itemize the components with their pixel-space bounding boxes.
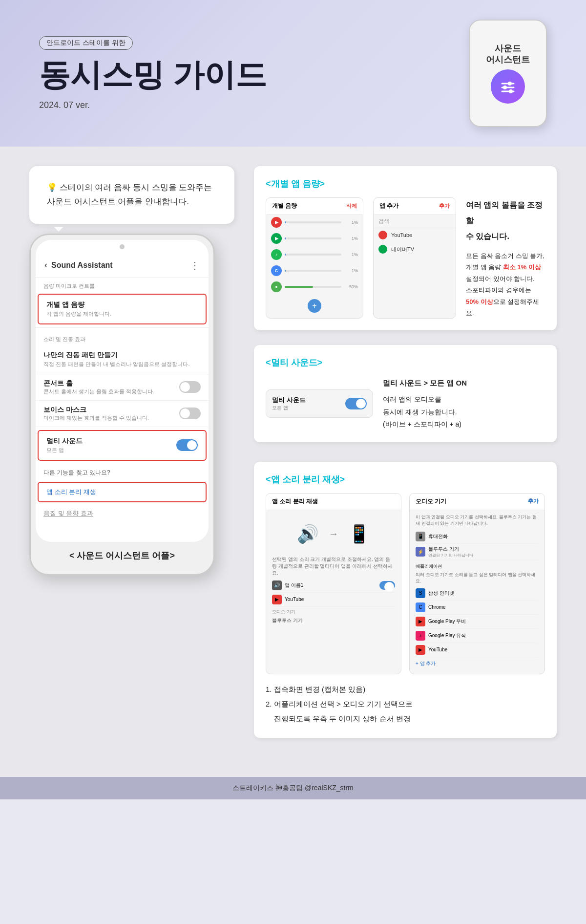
multi-mock-row: 멀티 사운드 모든 앱 bbox=[272, 396, 367, 411]
volume-fill-2 bbox=[285, 237, 286, 239]
app-icon-circle bbox=[491, 69, 525, 104]
main-content: 💡 스테이의 여러 음싸 동시 스밍을 도와주는 사운드 어시스턴트 어플을 안… bbox=[0, 147, 586, 777]
app-row-gpmovie: ▶ Google Play 무비 bbox=[416, 615, 539, 629]
header-title: 동시스밍 가이드 bbox=[39, 58, 469, 92]
note-2: 2. 어플리케이션 선택 > 오디오 기기 선택으로 진행되도록 우측 두 이미… bbox=[266, 697, 545, 726]
multi-desc-line1: 멀티 사운드 > 모든 앱 ON bbox=[383, 376, 467, 389]
app-circle-app5: ● bbox=[271, 281, 282, 292]
left-panel-content: 🔊 → 📱 선택된 앱의 소리 크기 개별적으로 조절하세요. 앱의 음량 개별… bbox=[266, 510, 401, 628]
app-add-search: 검색 bbox=[374, 215, 456, 228]
left-panel-row1: 🔊 앱 이름1 bbox=[272, 579, 395, 593]
volume-row-5: ● 50% bbox=[266, 279, 363, 295]
phone-other-section: 다른 기능을 찾고 있나요? bbox=[36, 463, 209, 480]
section-individual-volume: <개별 앱 음량> 개별 음량 삭제 ▶ bbox=[254, 166, 557, 330]
app-circle-youtube: ▶ bbox=[271, 217, 282, 228]
phone-mockup-main: ‹ Sound Assistant ⋮ 음량 마이크로 컨트롤 개별 앱 음량 … bbox=[29, 234, 215, 576]
app-add-row-ntv: 네이버TV bbox=[374, 242, 456, 257]
volume-bar-4 bbox=[285, 270, 341, 272]
panel-toggle-1[interactable] bbox=[379, 581, 395, 590]
header-section: 안드로이드 스테이를 위한 동시스밍 가이드 2024. 07 ver. 사운드… bbox=[0, 0, 586, 147]
multi-mock-title: 멀티 사운드 bbox=[272, 396, 306, 405]
app-icon-yt-right: ▶ bbox=[416, 645, 425, 655]
multi-section-desc: 멀티 사운드 > 모든 앱 ON 여러 앱의 오디오를 동시에 재생 가능합니다… bbox=[383, 376, 467, 430]
phone-menu-item-desc-2: 직접 진동 패턴을 만들어 내 벨소리나 알림음으로 설정합니다. bbox=[43, 361, 201, 368]
add-app-link[interactable]: + 앱 추가 bbox=[416, 657, 539, 670]
phone-menu-dots-icon: ⋮ bbox=[190, 259, 200, 271]
back-arrow-icon: ‹ bbox=[44, 260, 47, 270]
voice-mask-toggle[interactable] bbox=[179, 408, 201, 419]
app-name-samsung: 삼성 인터넷 bbox=[428, 590, 454, 597]
volume-row-1: ▶ 1% bbox=[266, 215, 363, 231]
phone-link-secondary[interactable]: 음질 및 음향 효과 bbox=[36, 504, 209, 523]
mock-add-btn[interactable]: + bbox=[308, 299, 321, 313]
volume-fill-3 bbox=[285, 254, 286, 256]
right-panel-title: 오디오 기기 bbox=[416, 497, 446, 506]
section-desc-individual: 여러 앱의 볼륨을 조정할 수 있습니다. 모든 음싸 음소거 스밍 불가, 개… bbox=[466, 197, 545, 319]
mock-header-action[interactable]: 삭제 bbox=[346, 202, 357, 210]
multi-sound-main-toggle[interactable] bbox=[345, 398, 367, 409]
phone-menu-item-individual-volume[interactable]: 개별 앱 음량 각 앱의 음량을 제어합니다. bbox=[38, 294, 207, 324]
section-app-sound: <앱 소리 분리 재생> 앱 소리 분리 재생 🔊 → 📱 bbox=[254, 462, 557, 738]
multi-sound-toggle[interactable] bbox=[176, 439, 198, 451]
app-circle-chrome: C bbox=[271, 265, 282, 276]
svg-point-1 bbox=[508, 82, 512, 86]
section-title-app-sound: <앱 소리 분리 재생> bbox=[266, 473, 545, 485]
bottom-notes: 1. 접속화면 변경 (캡처본 있음) 2. 어플리케이션 선택 > 오디오 기… bbox=[266, 682, 545, 726]
sound-panel-left: 앱 소리 분리 재생 🔊 → 📱 선택된 앱의 소리 크기 개별적으로 조절하세… bbox=[266, 493, 401, 674]
app-name-yt-right: YouTube bbox=[428, 647, 447, 652]
device-name-phone: 휴대전화 bbox=[428, 533, 448, 540]
volume-row-3: ♪ 1% bbox=[266, 247, 363, 263]
concert-hall-desc: 콘서트 홀에서 생기는 울림 효과를 적용합니다. bbox=[43, 388, 154, 395]
phone-menu-item-multi-sound[interactable]: 멀티 사운드 모든 앱 bbox=[38, 430, 207, 461]
right-panel-action[interactable]: 추가 bbox=[528, 497, 539, 506]
sound-panel-right: 오디오 기기 추가 이 앱과 연결될 오디오 기기를 선택하세요. 블루투스 기… bbox=[409, 493, 545, 674]
voice-mask-title: 보이스 마스크 bbox=[43, 406, 149, 414]
right-panels: <개별 앱 음량> 개별 음량 삭제 ▶ bbox=[254, 166, 557, 738]
mock-add-header-title: 앱 추가 bbox=[379, 202, 398, 210]
panel-icon-yt: ▶ bbox=[272, 595, 282, 604]
phone-header: ‹ Sound Assistant ⋮ bbox=[36, 254, 209, 278]
section-multi-sound: <멀티 사운드> 멀티 사운드 모든 앱 멀티 사운드 > 모든 앱 ON bbox=[254, 345, 557, 442]
device-name-bt: 블루투스 기기 bbox=[428, 546, 473, 553]
app-icon-gpmovie: ▶ bbox=[416, 617, 425, 626]
desc-detail: 모든 음싸 음소거 스밍 불가, 개별 앱 음량 최소 1% 이상 설정되어 있… bbox=[466, 250, 545, 319]
volume-percent-5: 50% bbox=[344, 284, 358, 289]
app-icon-chrome: C bbox=[416, 602, 425, 612]
device-row-phone: 📱 휴대전화 bbox=[416, 530, 539, 544]
app-name-gpmusic: Google Play 뮤직 bbox=[428, 632, 466, 639]
phone-toggle-left-voice: 보이스 마스크 마이크에 재밌는 효과를 적용할 수 있습니다. bbox=[43, 406, 149, 422]
app-row-samsung: S 삼성 인터넷 bbox=[416, 586, 539, 601]
intro-left: 💡 스테이의 여러 음싸 동시 스밍을 도와주는 사운드 어시스턴트 어플을 안… bbox=[29, 166, 234, 738]
concert-hall-toggle[interactable] bbox=[179, 381, 201, 393]
app-section-label: 애플리케이션 bbox=[416, 563, 539, 570]
voice-mask-desc: 마이크에 재밌는 효과를 적용할 수 있습니다. bbox=[43, 414, 149, 422]
right-panel-content: 이 앱과 연결될 오디오 기기를 선택하세요. 블루투스 기기는 현재 연결되어… bbox=[410, 510, 544, 674]
phone-divider-1 bbox=[36, 327, 209, 328]
text-red-1: 최소 1% 이상 bbox=[503, 263, 541, 271]
header-version: 2024. 07 ver. bbox=[39, 100, 469, 110]
phone-header-left: ‹ Sound Assistant bbox=[44, 260, 113, 270]
app-add-name-ntv: 네이버TV bbox=[391, 246, 414, 253]
app-sound-panels: 앱 소리 분리 재생 🔊 → 📱 선택된 앱의 소리 크기 개별적으로 조절하세… bbox=[266, 493, 545, 674]
right-panel-header: 오디오 기기 추가 bbox=[410, 494, 544, 510]
multi-sound-content: 멀티 사운드 모든 앱 멀티 사운드 > 모든 앱 ON 여러 앱의 오디오를 … bbox=[266, 376, 545, 430]
volume-fill-4 bbox=[285, 270, 286, 272]
phone-toggle-row-voice: 보이스 마스크 마이크에 재밌는 효과를 적용할 수 있습니다. bbox=[36, 401, 209, 427]
app-circle-yt-add bbox=[378, 231, 387, 239]
app-circle-ntv-add bbox=[378, 245, 387, 254]
phone-link-app-sound[interactable]: 앱 소리 분리 재생 bbox=[38, 482, 207, 502]
phone-menu-item-desc-1: 각 앱의 음량을 제어합니다. bbox=[46, 310, 198, 318]
multi-desc-detail: 여러 앱의 오디오를 동시에 재생 가능합니다. (바이브 + 스포티파이 + … bbox=[383, 393, 467, 430]
phone-menu-item-vibration[interactable]: 나만의 진동 패턴 만들기 직접 진동 패턴을 만들어 내 벨소리나 알림음으로… bbox=[36, 345, 209, 374]
app-volume-mock: 개별 음량 삭제 ▶ 1% ▶ bbox=[266, 197, 363, 319]
volume-percent-4: 1% bbox=[344, 268, 358, 273]
mock-add-action[interactable]: 추가 bbox=[439, 202, 450, 210]
header-badge: 안드로이드 스테이를 위한 bbox=[39, 36, 133, 50]
multi-mock-left: 멀티 사운드 모든 앱 bbox=[272, 396, 306, 411]
app-row-chrome: C Chrome bbox=[416, 601, 539, 615]
app-add-mock: 앱 추가 추가 검색 YouTube 네이버TV bbox=[373, 197, 456, 319]
phone-section-label-2: 소리 및 진동 효과 bbox=[36, 331, 209, 345]
phone-device-icon: 📱 bbox=[416, 532, 425, 541]
note-1: 1. 접속화면 변경 (캡처본 있음) bbox=[266, 682, 545, 697]
volume-bar-5 bbox=[285, 286, 341, 288]
